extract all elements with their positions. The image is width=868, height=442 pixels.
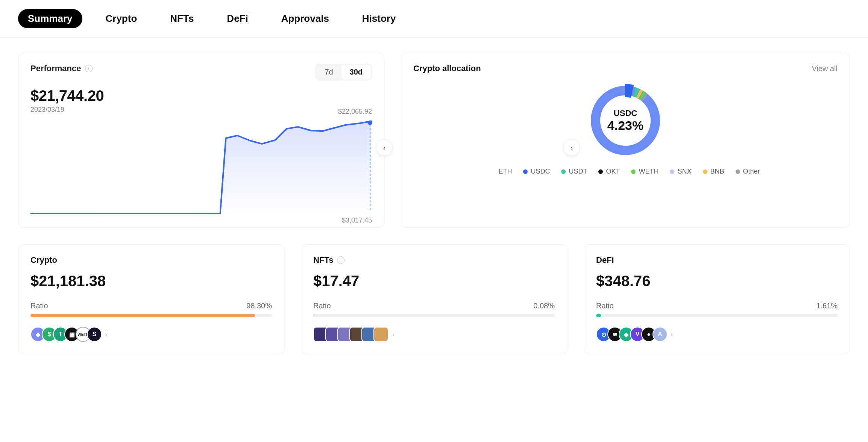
swatch-icon	[598, 169, 603, 174]
info-icon[interactable]: i	[85, 65, 93, 72]
crypto-card-value: $21,181.38	[30, 273, 272, 290]
tab-nfts[interactable]: NFTs	[160, 9, 203, 28]
chart-cursor-dot	[368, 120, 372, 125]
nfts-ratio-bar	[313, 314, 555, 317]
chart-cursor-line	[370, 120, 370, 210]
swatch-icon	[703, 169, 707, 174]
crypto-ratio: 98.30%	[246, 302, 272, 310]
defi-ratio: 1.61%	[816, 302, 838, 310]
legend-label: Other	[743, 168, 760, 175]
view-all-link[interactable]: View all	[812, 64, 838, 73]
nfts-card-title: NFTs	[313, 255, 333, 265]
tabs-nav: Summary Crypto NFTs DeFi Approvals Histo…	[0, 0, 868, 38]
nft-thumb	[373, 327, 388, 342]
crypto-card-title: Crypto	[30, 255, 57, 265]
range-7d[interactable]: 7d	[316, 65, 341, 79]
chart-area-fill	[30, 121, 371, 215]
legend-other[interactable]: Other	[736, 168, 760, 175]
swatch-icon	[523, 169, 528, 174]
chevron-right-icon: ›	[392, 331, 395, 338]
defi-card-title: DeFi	[596, 255, 614, 265]
legend-label: USDC	[531, 168, 550, 175]
allocation-donut[interactable]: USDC 4.23%	[586, 81, 665, 160]
legend-eth[interactable]: ETH	[491, 168, 512, 175]
protocol-icon: A	[653, 327, 668, 342]
defi-card-value: $348.76	[596, 273, 838, 290]
legend-snx[interactable]: SNX	[670, 168, 691, 175]
legend-label: ETH	[498, 168, 512, 175]
nfts-card[interactable]: NFTs i $17.47 Ratio 0.08% ›	[301, 244, 567, 354]
defi-card[interactable]: DeFi $348.76 Ratio 1.61% ⊙ ≋ ◆ V ● A ›	[584, 244, 850, 354]
defi-protocol-icons[interactable]: ⊙ ≋ ◆ V ● A ›	[596, 327, 838, 342]
tab-approvals[interactable]: Approvals	[272, 9, 339, 28]
swatch-icon	[561, 169, 566, 174]
chevron-right-icon: ›	[571, 144, 573, 152]
crypto-card[interactable]: Crypto $21,181.38 Ratio 98.30% ◆ $ T ▦ W…	[18, 244, 284, 354]
legend-label: BNB	[710, 168, 724, 175]
tab-history[interactable]: History	[352, 9, 406, 28]
ratio-label: Ratio	[313, 302, 331, 310]
carousel-prev-button[interactable]: ‹	[376, 139, 393, 156]
crypto-ratio-bar	[30, 314, 272, 317]
allocation-title: Crypto allocation	[413, 64, 481, 73]
tab-summary[interactable]: Summary	[18, 9, 82, 28]
range-toggle: 7d 30d	[315, 64, 372, 81]
legend-label: OKT	[606, 168, 620, 175]
swatch-icon	[670, 169, 674, 174]
chevron-right-icon: ›	[671, 331, 673, 338]
legend-label: SNX	[677, 168, 691, 175]
performance-title: Performance	[30, 64, 81, 73]
legend-okt[interactable]: OKT	[598, 168, 620, 175]
chart-y-max: $22,065.92	[338, 108, 372, 116]
performance-card: Performance i 7d 30d $21,744.20 2023/03/…	[18, 53, 384, 228]
allocation-card: Crypto allocation View all USDC 4.23%	[401, 53, 850, 228]
range-30d[interactable]: 30d	[341, 65, 371, 79]
legend-usdc[interactable]: USDC	[523, 168, 550, 175]
tab-defi[interactable]: DeFi	[217, 9, 258, 28]
legend-usdt[interactable]: USDT	[561, 168, 587, 175]
chevron-left-icon: ‹	[383, 144, 385, 152]
performance-value: $21,744.20	[30, 87, 372, 104]
tab-crypto[interactable]: Crypto	[96, 9, 147, 28]
donut-center-value: 4.23%	[607, 118, 643, 133]
nfts-ratio: 0.08%	[533, 302, 555, 310]
swatch-icon	[631, 169, 636, 174]
legend-label: USDT	[569, 168, 587, 175]
chevron-right-icon: ›	[105, 331, 107, 338]
swatch-icon	[491, 169, 495, 174]
crypto-token-icons[interactable]: ◆ $ T ▦ WETH S ›	[30, 327, 272, 342]
chart-y-min: $3,017.45	[342, 216, 372, 224]
carousel-next-button[interactable]: ›	[563, 139, 580, 156]
performance-date: 2023/03/19	[30, 106, 372, 114]
nft-thumbnails[interactable]: ›	[313, 327, 555, 342]
swatch-icon	[736, 169, 740, 174]
legend-label: WETH	[639, 168, 659, 175]
allocation-legend: ETH USDC USDT OKT WETH SNX BNB Other	[413, 168, 838, 175]
legend-weth[interactable]: WETH	[631, 168, 659, 175]
ratio-label: Ratio	[596, 302, 614, 310]
donut-center-label: USDC	[614, 108, 637, 118]
ratio-label: Ratio	[30, 302, 48, 310]
legend-bnb[interactable]: BNB	[703, 168, 724, 175]
nfts-card-value: $17.47	[313, 273, 555, 290]
token-icon: S	[87, 327, 102, 342]
performance-chart[interactable]: $22,065.92 $3,017.45	[30, 117, 372, 215]
defi-ratio-bar	[596, 314, 838, 317]
info-icon[interactable]: i	[337, 256, 344, 264]
